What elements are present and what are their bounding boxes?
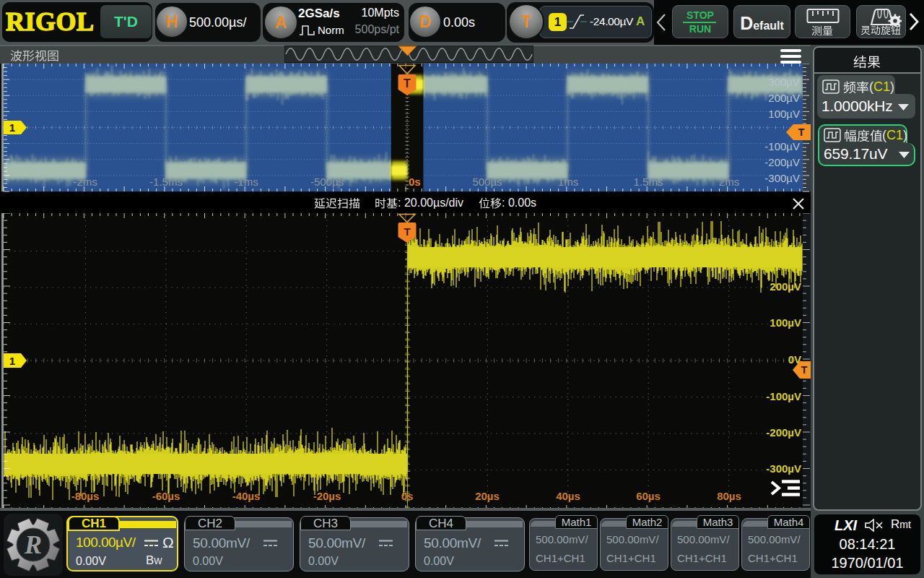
- svg-text:1: 1: [9, 121, 15, 134]
- svg-text:T: T: [404, 77, 411, 90]
- svg-text:R: R: [24, 530, 42, 559]
- svg-text:1: 1: [9, 355, 15, 367]
- svg-text:T: T: [798, 126, 805, 138]
- svg-text:T: T: [801, 364, 808, 376]
- svg-text:T: T: [404, 225, 410, 238]
